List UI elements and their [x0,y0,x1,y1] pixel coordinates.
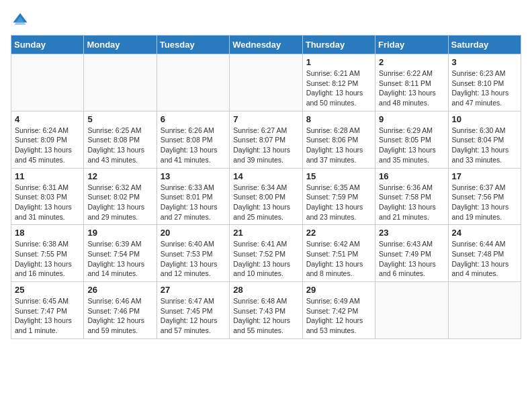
day-number: 20 [161,228,226,238]
day-info: Sunrise: 6:23 AMSunset: 8:10 PMDaylight:… [452,68,517,108]
calendar-body: 1Sunrise: 6:21 AMSunset: 8:12 PMDaylight… [11,54,521,339]
calendar-cell: 13Sunrise: 6:33 AMSunset: 8:01 PMDayligh… [157,168,229,225]
day-number: 13 [161,171,226,181]
day-info: Sunrise: 6:39 AMSunset: 7:54 PMDaylight:… [87,239,152,279]
week-row-0: 1Sunrise: 6:21 AMSunset: 8:12 PMDaylight… [11,54,521,111]
calendar-cell: 1Sunrise: 6:21 AMSunset: 8:12 PMDaylight… [302,54,375,111]
calendar-cell: 16Sunrise: 6:36 AMSunset: 7:58 PMDayligh… [375,168,448,225]
calendar-header: SundayMondayTuesdayWednesdayThursdayFrid… [11,36,521,54]
weekday-header-wednesday: Wednesday [230,36,302,54]
calendar-cell: 11Sunrise: 6:31 AMSunset: 8:03 PMDayligh… [11,168,84,225]
day-number: 9 [379,114,444,124]
day-info: Sunrise: 6:31 AMSunset: 8:03 PMDaylight:… [15,183,80,222]
calendar-cell: 8Sunrise: 6:28 AMSunset: 8:06 PMDaylight… [302,111,375,168]
day-number: 25 [15,285,80,295]
weekday-header-sunday: Sunday [11,36,84,54]
day-number: 17 [452,171,517,181]
calendar-cell: 24Sunrise: 6:44 AMSunset: 7:48 PMDayligh… [448,225,521,282]
calendar-cell: 26Sunrise: 6:46 AMSunset: 7:46 PMDayligh… [84,282,157,339]
day-info: Sunrise: 6:41 AMSunset: 7:52 PMDaylight:… [233,239,298,279]
weekday-header-friday: Friday [375,36,448,54]
day-info: Sunrise: 6:32 AMSunset: 8:02 PMDaylight:… [87,183,152,222]
week-row-4: 25Sunrise: 6:45 AMSunset: 7:47 PMDayligh… [11,282,521,339]
day-info: Sunrise: 6:33 AMSunset: 8:01 PMDaylight:… [161,183,226,222]
weekday-header-saturday: Saturday [448,36,521,54]
day-number: 12 [87,171,152,181]
day-number: 3 [452,57,517,67]
calendar-cell: 27Sunrise: 6:47 AMSunset: 7:45 PMDayligh… [157,282,229,339]
calendar-cell: 12Sunrise: 6:32 AMSunset: 8:02 PMDayligh… [84,168,157,225]
day-number: 10 [452,114,517,124]
week-row-3: 18Sunrise: 6:38 AMSunset: 7:55 PMDayligh… [11,225,521,282]
calendar-cell: 21Sunrise: 6:41 AMSunset: 7:52 PMDayligh… [230,225,302,282]
day-number: 22 [306,228,371,238]
day-info: Sunrise: 6:26 AMSunset: 8:08 PMDaylight:… [161,126,226,165]
day-info: Sunrise: 6:25 AMSunset: 8:08 PMDaylight:… [87,126,152,165]
calendar-cell: 22Sunrise: 6:42 AMSunset: 7:51 PMDayligh… [302,225,375,282]
week-row-1: 4Sunrise: 6:24 AMSunset: 8:09 PMDaylight… [11,111,521,168]
calendar-cell: 9Sunrise: 6:29 AMSunset: 8:05 PMDaylight… [375,111,448,168]
calendar-cell: 2Sunrise: 6:22 AMSunset: 8:11 PMDaylight… [375,54,448,111]
calendar-cell [11,54,84,111]
day-info: Sunrise: 6:42 AMSunset: 7:51 PMDaylight:… [306,239,371,279]
day-number: 28 [233,285,298,295]
day-info: Sunrise: 6:49 AMSunset: 7:42 PMDaylight:… [306,296,371,336]
calendar-cell: 6Sunrise: 6:26 AMSunset: 8:08 PMDaylight… [157,111,229,168]
calendar-cell [157,54,229,111]
week-row-2: 11Sunrise: 6:31 AMSunset: 8:03 PMDayligh… [11,168,521,225]
day-number: 26 [87,285,152,295]
day-number: 29 [306,285,371,295]
calendar-cell: 15Sunrise: 6:35 AMSunset: 7:59 PMDayligh… [302,168,375,225]
calendar-cell: 7Sunrise: 6:27 AMSunset: 8:07 PMDaylight… [230,111,302,168]
day-info: Sunrise: 6:47 AMSunset: 7:45 PMDaylight:… [161,296,226,336]
day-number: 16 [379,171,444,181]
day-info: Sunrise: 6:44 AMSunset: 7:48 PMDaylight:… [452,239,517,279]
day-info: Sunrise: 6:35 AMSunset: 7:59 PMDaylight:… [306,183,371,222]
calendar-cell [375,282,448,339]
calendar-cell: 5Sunrise: 6:25 AMSunset: 8:08 PMDaylight… [84,111,157,168]
day-info: Sunrise: 6:34 AMSunset: 8:00 PMDaylight:… [233,183,298,222]
calendar-cell: 3Sunrise: 6:23 AMSunset: 8:10 PMDaylight… [448,54,521,111]
day-info: Sunrise: 6:40 AMSunset: 7:53 PMDaylight:… [161,239,226,279]
calendar-cell: 10Sunrise: 6:30 AMSunset: 8:04 PMDayligh… [448,111,521,168]
day-info: Sunrise: 6:37 AMSunset: 7:56 PMDaylight:… [452,183,517,222]
day-info: Sunrise: 6:36 AMSunset: 7:58 PMDaylight:… [379,183,444,222]
header-area [11,11,521,30]
day-number: 4 [15,114,80,124]
day-number: 11 [15,171,80,181]
day-info: Sunrise: 6:29 AMSunset: 8:05 PMDaylight:… [379,126,444,165]
calendar-cell [84,54,157,111]
day-info: Sunrise: 6:28 AMSunset: 8:06 PMDaylight:… [306,126,371,165]
day-info: Sunrise: 6:38 AMSunset: 7:55 PMDaylight:… [15,239,80,279]
day-number: 6 [161,114,226,124]
calendar-cell: 19Sunrise: 6:39 AMSunset: 7:54 PMDayligh… [84,225,157,282]
day-number: 21 [233,228,298,238]
logo-icon [11,11,30,30]
day-number: 1 [306,57,371,67]
day-number: 24 [452,228,517,238]
day-info: Sunrise: 6:30 AMSunset: 8:04 PMDaylight:… [452,126,517,165]
day-info: Sunrise: 6:45 AMSunset: 7:47 PMDaylight:… [15,296,80,336]
day-number: 14 [233,171,298,181]
calendar-table: SundayMondayTuesdayWednesdayThursdayFrid… [11,35,521,339]
calendar-cell: 28Sunrise: 6:48 AMSunset: 7:43 PMDayligh… [230,282,302,339]
calendar-cell [230,54,302,111]
day-number: 18 [15,228,80,238]
day-info: Sunrise: 6:24 AMSunset: 8:09 PMDaylight:… [15,126,80,165]
day-info: Sunrise: 6:46 AMSunset: 7:46 PMDaylight:… [87,296,152,336]
calendar-cell: 17Sunrise: 6:37 AMSunset: 7:56 PMDayligh… [448,168,521,225]
calendar-cell: 20Sunrise: 6:40 AMSunset: 7:53 PMDayligh… [157,225,229,282]
calendar-cell: 23Sunrise: 6:43 AMSunset: 7:49 PMDayligh… [375,225,448,282]
day-info: Sunrise: 6:21 AMSunset: 8:12 PMDaylight:… [306,68,371,108]
day-number: 2 [379,57,444,67]
day-number: 23 [379,228,444,238]
calendar-cell: 25Sunrise: 6:45 AMSunset: 7:47 PMDayligh… [11,282,84,339]
weekday-header-monday: Monday [84,36,157,54]
day-number: 27 [161,285,226,295]
weekday-header-tuesday: Tuesday [157,36,229,54]
day-info: Sunrise: 6:22 AMSunset: 8:11 PMDaylight:… [379,68,444,108]
calendar-cell: 29Sunrise: 6:49 AMSunset: 7:42 PMDayligh… [302,282,375,339]
calendar-cell: 18Sunrise: 6:38 AMSunset: 7:55 PMDayligh… [11,225,84,282]
day-number: 15 [306,171,371,181]
day-number: 8 [306,114,371,124]
